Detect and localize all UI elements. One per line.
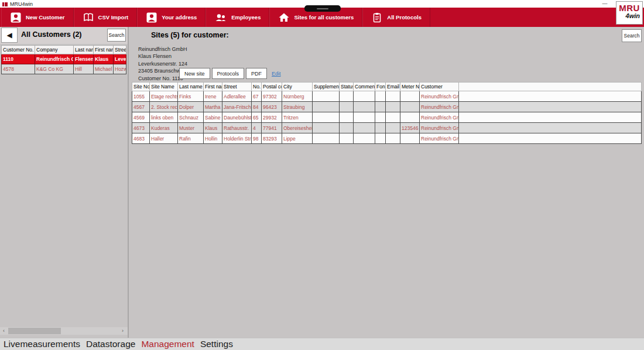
scroll-right-arrow-icon[interactable]: ›	[119, 327, 126, 335]
table-cell: Dolper	[178, 102, 204, 112]
table-cell: Straubing	[282, 102, 313, 112]
nav-item-management[interactable]: Management	[141, 339, 194, 349]
app-window: MRU4win — ❐ ✕ New Customer CSV Import	[0, 0, 644, 350]
table-cell: 96423	[262, 102, 282, 112]
column-header[interactable]: Meter No.	[400, 83, 420, 91]
table-cell: 123546	[400, 123, 420, 133]
customer-row[interactable]: 1110Reinundfrisch GmbHFlensenKlausLeverk…	[2, 54, 126, 64]
handle-dash	[317, 8, 328, 9]
table-cell: 65	[252, 112, 262, 123]
column-header[interactable]: First name	[94, 46, 114, 54]
pdf-button[interactable]: PDF	[246, 68, 267, 79]
column-header[interactable]: Site Name	[150, 83, 178, 91]
content-area: ◀ All Customers (2) Search Customer No.C…	[0, 27, 644, 338]
new-site-button[interactable]: New site	[179, 68, 210, 79]
table-cell: Flensen	[74, 54, 94, 64]
customer-detail-street: Leverkusenerstr. 124	[138, 60, 187, 67]
protocols-button[interactable]: Protocols	[212, 68, 245, 79]
column-header[interactable]: City	[282, 83, 313, 91]
scrollbar-thumb[interactable]	[8, 328, 61, 334]
table-cell: Reinundfrisch GmbH	[420, 123, 459, 133]
column-header[interactable]: Email	[386, 83, 400, 91]
scroll-left-arrow-icon[interactable]: ‹	[0, 327, 8, 335]
column-header[interactable]: Customer	[420, 83, 459, 91]
edit-link[interactable]: Edit	[272, 71, 281, 77]
nav-item-livemeasurements[interactable]: Livemeasurements	[4, 339, 80, 349]
nav-item-datastorage[interactable]: Datastorage	[86, 339, 135, 349]
column-header[interactable]: Site No.	[132, 83, 150, 91]
employees-button[interactable]: Employees	[205, 8, 269, 27]
table-cell: Sabine	[204, 112, 222, 123]
sites-panel-title: Sites (5) for customer:	[151, 31, 229, 39]
table-cell	[400, 102, 420, 112]
column-header[interactable]: Status	[340, 83, 354, 91]
nav-item-settings[interactable]: Settings	[200, 339, 233, 349]
table-cell: 4683	[132, 133, 150, 144]
site-row[interactable]: 45672. Stock rechtsDolperMarthaJana-Frit…	[132, 102, 642, 112]
sites-search-button[interactable]: Search	[622, 29, 642, 42]
table-cell	[313, 123, 340, 133]
table-cell	[375, 123, 386, 133]
csv-import-label: CSV Import	[98, 14, 129, 20]
customer-row[interactable]: 4578K&G Co KGHillMichaelHozweg	[2, 64, 126, 74]
column-header[interactable]: Street	[114, 46, 126, 54]
column-header[interactable]: First name	[204, 83, 222, 91]
table-cell: Leverkusenerstr.	[114, 54, 126, 64]
minimize-button[interactable]: —	[597, 0, 612, 8]
employees-label: Employees	[231, 14, 261, 20]
table-cell: 98	[252, 133, 262, 144]
table-cell: Lippe	[282, 133, 313, 144]
table-cell	[340, 112, 354, 123]
column-header[interactable]: Last name	[74, 46, 94, 54]
column-header[interactable]: Supplement	[313, 83, 340, 91]
site-row[interactable]: 4673KuderasMusterKlausRathausstr.477941O…	[132, 123, 642, 133]
table-cell	[386, 102, 400, 112]
table-cell: Rathausstr.	[222, 123, 252, 133]
employees-icon	[214, 12, 227, 23]
table-cell	[313, 91, 340, 102]
column-header[interactable]: Comment	[354, 83, 375, 91]
table-cell	[400, 112, 420, 123]
csv-import-button[interactable]: CSV Import	[74, 8, 138, 27]
column-header[interactable]: Fon:	[375, 83, 386, 91]
table-cell	[340, 102, 354, 112]
table-cell	[386, 91, 400, 102]
customers-table: Customer No.CompanyLast nameFirst nameSt…	[1, 45, 126, 74]
table-cell: Holderlin Str.	[222, 133, 252, 144]
table-cell-filler	[459, 133, 642, 144]
new-customer-button[interactable]: New Customer	[1, 8, 74, 27]
sites-for-all-customers-label: Sites for all customers	[294, 14, 354, 20]
window-title: MRU4win	[10, 1, 33, 7]
table-cell: Etage rechts	[150, 91, 178, 102]
tablet-handle-overlay	[304, 5, 341, 12]
table-cell	[340, 91, 354, 102]
table-cell: Klaus	[204, 123, 222, 133]
customers-search-button[interactable]: Search	[107, 29, 126, 42]
table-cell	[354, 133, 375, 144]
table-cell	[313, 102, 340, 112]
site-row[interactable]: 4569links obenSchnauzSabineDaunebühlstr.…	[132, 112, 642, 123]
table-cell: Reinundfrisch GmbH	[420, 91, 459, 102]
back-button[interactable]: ◀	[1, 28, 18, 43]
column-header[interactable]: Postal code	[262, 83, 282, 91]
column-header[interactable]: No.	[252, 83, 262, 91]
column-header[interactable]: Last name	[178, 83, 204, 91]
table-cell: Rafin	[178, 133, 204, 144]
table-cell: Tritzen	[282, 112, 313, 123]
table-cell: Jana-Fritsch.Str.	[222, 102, 252, 112]
horizontal-scrollbar[interactable]: ‹ ›	[0, 327, 128, 335]
column-header[interactable]: Company	[35, 46, 74, 54]
table-cell: Michael	[94, 64, 114, 74]
all-protocols-button[interactable]: All Protocols	[362, 8, 430, 27]
your-address-button[interactable]: Your address	[137, 8, 205, 27]
site-row[interactable]: 1055Etage rechtsFinksIreneAdlerallee6797…	[132, 91, 642, 102]
sites-actions: New site Protocols PDF Edit	[179, 68, 281, 79]
column-header[interactable]: Customer No.	[2, 46, 35, 54]
table-cell: 4673	[132, 123, 150, 133]
column-header-filler	[459, 83, 642, 91]
new-customer-label: New Customer	[26, 14, 65, 20]
table-cell: Hill	[74, 64, 94, 74]
column-header[interactable]: Street	[222, 83, 252, 91]
site-row[interactable]: 4683HallerRafinHollinHolderlin Str.98832…	[132, 133, 642, 144]
table-cell: 83293	[262, 133, 282, 144]
